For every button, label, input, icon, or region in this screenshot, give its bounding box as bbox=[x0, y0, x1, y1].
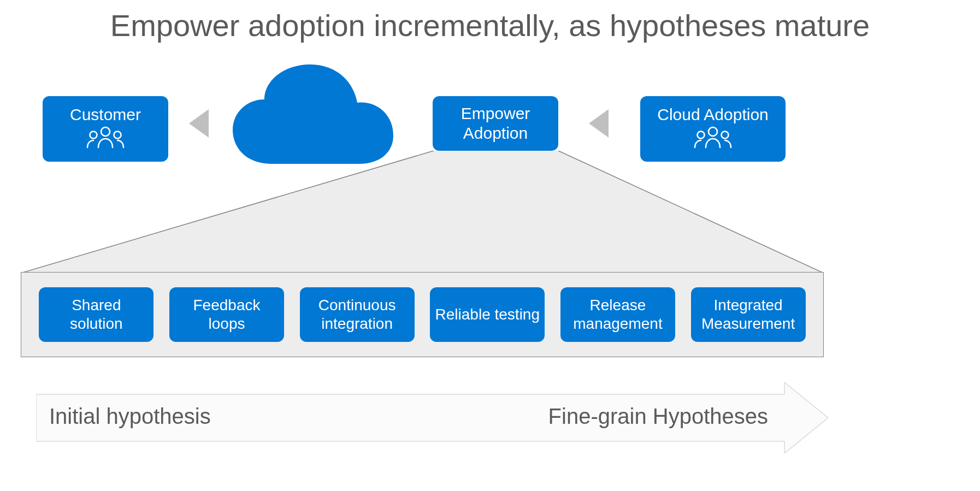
people-icon bbox=[85, 126, 126, 153]
detail-continuous-integration: Continuous integration bbox=[300, 287, 415, 342]
detail-reliable-testing: Reliable testing bbox=[430, 287, 545, 342]
spectrum-right-label: Fine-grain Hypotheses bbox=[548, 404, 768, 429]
diagram-title: Empower adoption incrementally, as hypot… bbox=[0, 8, 980, 43]
arrow-left-icon bbox=[189, 109, 209, 138]
expansion-trapezoid bbox=[21, 151, 824, 273]
svg-point-2 bbox=[114, 132, 121, 139]
node-cloud-adoption-label: Cloud Adoption bbox=[657, 105, 769, 125]
detail-feedback-loops: Feedback loops bbox=[169, 287, 284, 342]
node-customer-label: Customer bbox=[70, 105, 141, 125]
spectrum-left-label: Initial hypothesis bbox=[49, 404, 211, 429]
flow-row: Customer Empower Adoption Cloud Adopti bbox=[0, 55, 980, 164]
svg-point-1 bbox=[90, 132, 97, 139]
people-icon bbox=[693, 126, 733, 153]
svg-point-4 bbox=[698, 132, 705, 139]
node-empower-label: Empower Adoption bbox=[461, 104, 530, 143]
svg-point-5 bbox=[722, 132, 729, 139]
detail-shared-solution: Shared solution bbox=[39, 287, 154, 342]
svg-marker-6 bbox=[21, 151, 824, 273]
arrow-left-icon bbox=[589, 109, 609, 138]
spectrum-arrow: Initial hypothesis Fine-grain Hypotheses bbox=[36, 382, 828, 453]
node-empower-adoption: Empower Adoption bbox=[433, 96, 558, 151]
svg-point-3 bbox=[709, 127, 717, 136]
svg-point-0 bbox=[101, 127, 110, 136]
detail-box: Shared solution Feedback loops Continuou… bbox=[21, 272, 824, 357]
detail-release-management: Release management bbox=[560, 287, 675, 342]
detail-integrated-measurement: Integrated Measurement bbox=[691, 287, 806, 342]
